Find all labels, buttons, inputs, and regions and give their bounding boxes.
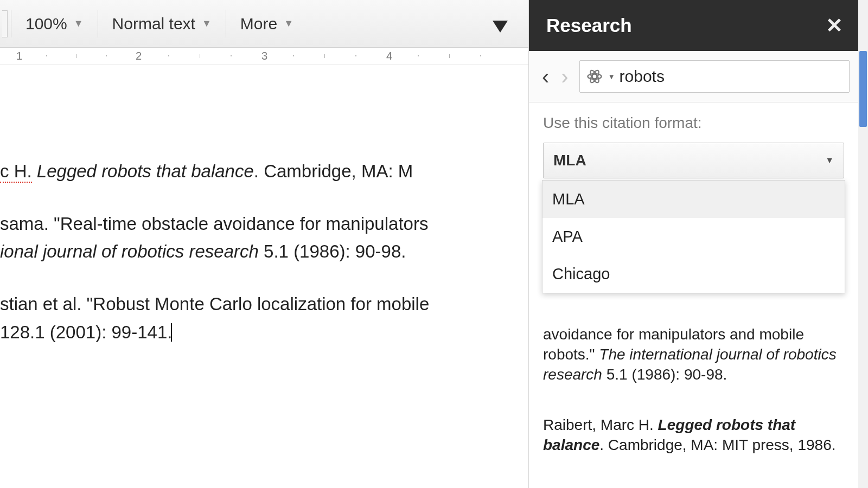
divider: [11, 10, 11, 37]
toolbar-edge: [2, 10, 8, 37]
document-line: stian et al. "Robust Monte Carlo localiz…: [0, 290, 499, 345]
research-header: Research ✕: [529, 0, 858, 51]
caret-down-icon: ▼: [202, 18, 212, 29]
ruler-number: 3: [261, 50, 267, 62]
citation-section: Use this citation format: MLA ▼ MLA APA …: [529, 102, 858, 186]
dropdown-options-list: MLA APA Chicago: [542, 180, 845, 293]
research-result[interactable]: Raibert, Marc H. Legged robots that bala…: [543, 415, 844, 455]
more-label: More: [240, 15, 277, 33]
paragraph-style-dropdown[interactable]: Normal text ▼: [101, 9, 222, 38]
scholar-icon[interactable]: [585, 67, 604, 86]
dropdown-option-apa[interactable]: APA: [542, 218, 845, 255]
caret-down-icon[interactable]: ▼: [608, 73, 615, 81]
divider: [98, 10, 98, 37]
zoom-dropdown[interactable]: 100% ▼: [15, 9, 94, 38]
divider: [226, 10, 226, 37]
dropdown-option-mla[interactable]: MLA: [542, 181, 845, 218]
caret-down-icon: ▼: [825, 156, 834, 165]
citation-dropdown[interactable]: MLA ▼ MLA APA Chicago: [543, 143, 844, 178]
research-results: avoidance for manipulators and mobile ro…: [529, 325, 858, 455]
caret-down-icon: ▼: [74, 18, 84, 29]
caret-down-icon: ▼: [284, 18, 293, 29]
forward-arrow-icon[interactable]: ›: [557, 62, 572, 91]
research-search-input[interactable]: ▼ robots: [579, 60, 850, 93]
dropdown-selected[interactable]: MLA ▼: [543, 143, 844, 178]
research-title: Research: [546, 15, 632, 36]
more-dropdown[interactable]: More ▼: [229, 9, 304, 38]
dropdown-option-chicago[interactable]: Chicago: [542, 255, 845, 293]
text-cursor: [171, 323, 172, 342]
scrollbar-thumb[interactable]: [859, 51, 867, 127]
research-panel: Research ✕ ‹ › ▼ robots Use this citatio…: [528, 0, 858, 488]
back-arrow-icon[interactable]: ‹: [538, 62, 553, 91]
style-value: Normal text: [112, 15, 195, 33]
research-result[interactable]: avoidance for manipulators and mobile ro…: [543, 325, 844, 385]
scrollbar[interactable]: [858, 0, 868, 488]
citation-format-label: Use this citation format:: [543, 114, 844, 132]
document-body[interactable]: c H. Legged robots that balance. Cambrid…: [0, 65, 499, 488]
document-line: sama. "Real-time obstacle avoidance for …: [0, 210, 499, 265]
ruler-number: 2: [136, 50, 142, 62]
research-nav: ‹ › ▼ robots: [529, 51, 858, 102]
overflow-triangle-icon[interactable]: [493, 21, 508, 33]
selected-format: MLA: [553, 152, 586, 169]
search-value: robots: [620, 67, 665, 86]
ruler-number: 4: [386, 50, 392, 62]
close-icon[interactable]: ✕: [826, 14, 843, 37]
zoom-value: 100%: [25, 15, 67, 33]
ruler-number: 1: [16, 50, 22, 62]
document-line: c H. Legged robots that balance. Cambrid…: [0, 157, 499, 185]
